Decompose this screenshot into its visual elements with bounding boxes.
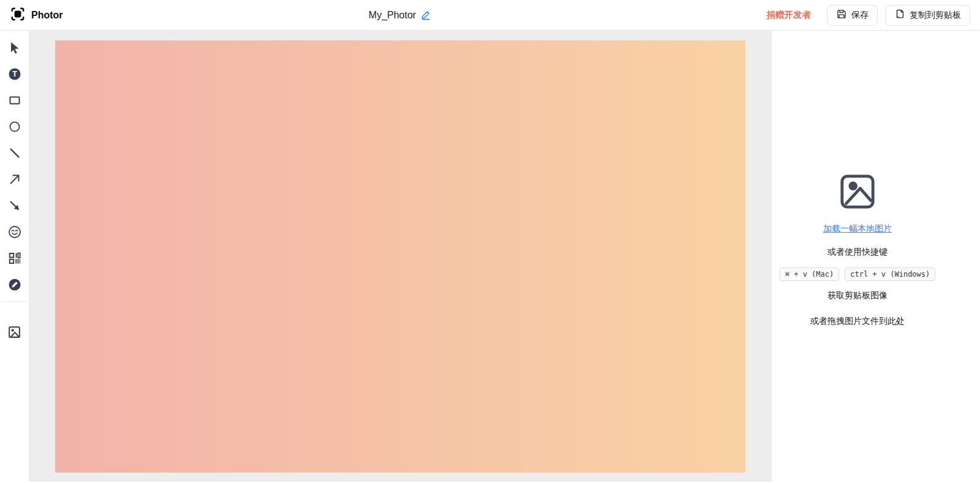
- tool-line-button[interactable]: [1, 140, 28, 166]
- kbd-windows: ctrl + v (Windows): [845, 268, 935, 281]
- smiley-icon: [7, 225, 22, 239]
- copy-icon: [894, 9, 905, 21]
- tool-select-button[interactable]: [1, 34, 28, 61]
- toolbar-divider: [3, 301, 26, 302]
- cursor-icon: [7, 40, 22, 55]
- edit-pencil-icon: [421, 9, 431, 22]
- tool-image-button[interactable]: [1, 319, 28, 345]
- tool-sidebar: T: [0, 31, 29, 483]
- save-button[interactable]: 保存: [827, 5, 878, 26]
- app-name: Photor: [31, 10, 63, 21]
- tool-emoji-button[interactable]: [1, 219, 28, 245]
- app-logo-icon: [10, 6, 26, 24]
- save-icon: [836, 9, 847, 21]
- top-bar-actions: 捐赠开发者 保存 复制到剪贴板: [767, 5, 971, 26]
- workspace: [29, 31, 772, 482]
- copy-to-clipboard-button[interactable]: 复制到剪贴板: [885, 5, 970, 26]
- line-icon: [7, 146, 22, 160]
- tool-barcode-button[interactable]: [1, 245, 28, 271]
- top-bar: Photor My_Photor 捐赠开发者 保存: [0, 0, 980, 31]
- text-tool-icon: T: [7, 67, 22, 81]
- drag-hint-text: 或者拖拽图片文件到此处: [772, 316, 943, 327]
- shortcut-hint-text: 或者使用快捷键: [772, 247, 943, 258]
- tool-draw-button[interactable]: [1, 271, 28, 298]
- shortcut-keys: ⌘ + v (Mac) ctrl + v (Windows): [772, 268, 943, 281]
- load-local-image-link[interactable]: 加载一幅本地图片: [823, 223, 892, 234]
- svg-text:T: T: [12, 70, 17, 78]
- circle-icon: [7, 119, 22, 134]
- donate-link[interactable]: 捐赠开发者: [767, 9, 812, 21]
- barcode-icon: [7, 251, 22, 266]
- tool-arrow-up-right-button[interactable]: [1, 166, 28, 192]
- rectangle-icon: [7, 93, 22, 108]
- pencil-icon: [7, 277, 22, 292]
- document-title: My_Photor: [369, 10, 416, 21]
- tool-arrow-down-right-button[interactable]: [1, 192, 28, 219]
- clipboard-hint-text: 获取剪贴板图像: [772, 290, 943, 301]
- copy-label: 复制到剪贴板: [910, 10, 961, 21]
- image-tool-icon: [7, 324, 22, 340]
- image-source-content: 加载一幅本地图片 或者使用快捷键 ⌘ + v (Mac) ctrl + v (W…: [772, 173, 943, 327]
- rename-button[interactable]: [421, 9, 431, 22]
- save-label: 保存: [851, 10, 869, 21]
- document-title-group: My_Photor: [369, 0, 431, 31]
- arrow-down-right-icon: [7, 198, 22, 213]
- image-source-panel: 加载一幅本地图片 或者使用快捷键 ⌘ + v (Mac) ctrl + v (W…: [772, 31, 980, 483]
- arrow-up-right-icon: [7, 172, 22, 187]
- kbd-mac: ⌘ + v (Mac): [780, 268, 839, 281]
- editor-canvas[interactable]: [55, 40, 745, 473]
- tool-ellipse-button[interactable]: [1, 113, 28, 140]
- tool-rectangle-button[interactable]: [1, 87, 28, 113]
- tool-text-button[interactable]: T: [1, 61, 28, 87]
- image-placeholder-icon: [839, 173, 876, 213]
- brand: Photor: [10, 6, 63, 24]
